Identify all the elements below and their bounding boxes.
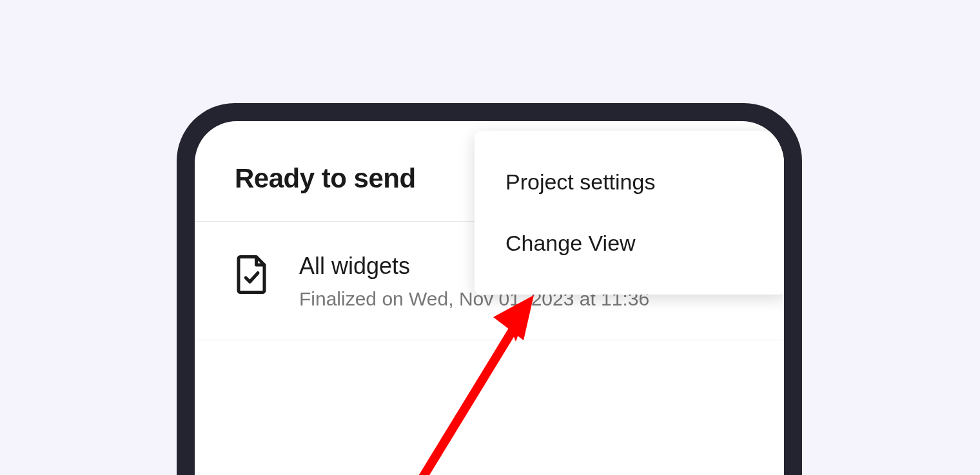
document-check-icon — [235, 255, 268, 296]
device-screen: Ready to send All widgets Finalized on W… — [195, 121, 784, 475]
menu-item-change-view[interactable]: Change View — [475, 213, 784, 274]
menu-item-project-settings[interactable]: Project settings — [475, 151, 784, 213]
dropdown-menu: Project settings Change View — [475, 131, 784, 295]
device-frame: Ready to send All widgets Finalized on W… — [177, 103, 802, 475]
